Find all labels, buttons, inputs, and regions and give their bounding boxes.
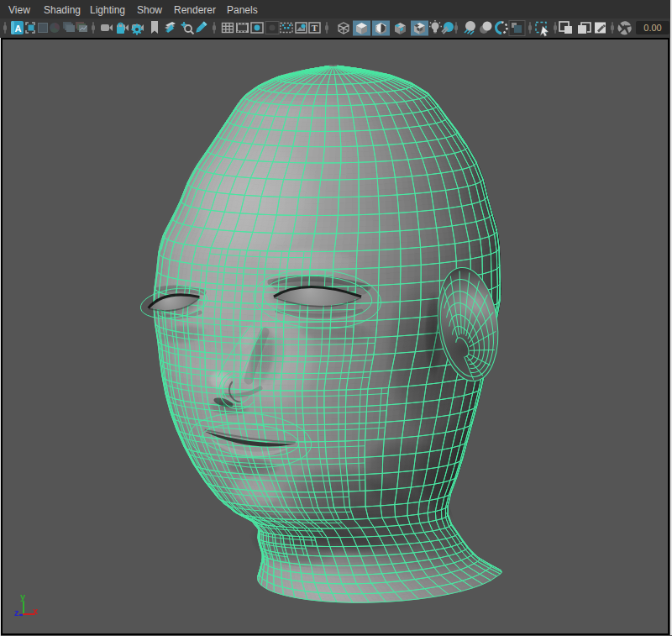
- svg-text:0.00: 0.00: [643, 23, 661, 33]
- svg-text:A: A: [15, 24, 22, 34]
- svg-text:T: T: [312, 23, 318, 33]
